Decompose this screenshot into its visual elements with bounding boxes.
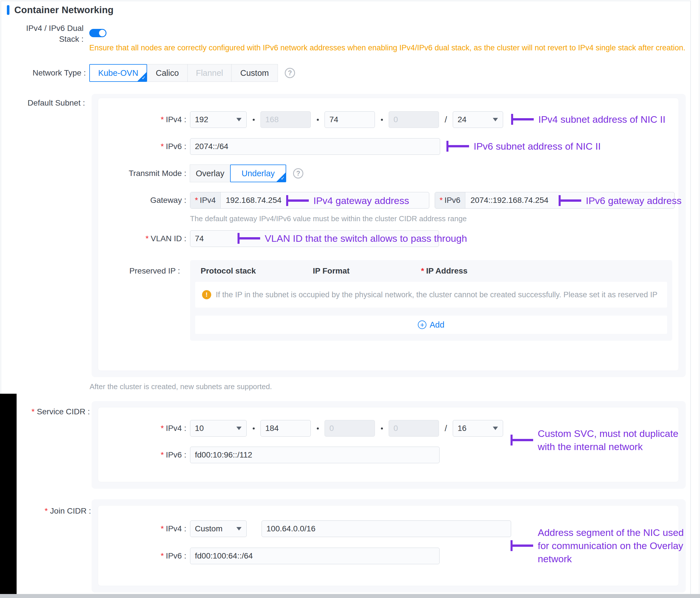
annotation-connector	[511, 114, 534, 125]
transmit-overlay-button[interactable]: Overlay	[190, 165, 230, 182]
cidr-slash: /	[439, 115, 453, 124]
service-ipv4-label: * IPv4 :	[98, 423, 186, 434]
network-type-help-icon[interactable]: ?	[285, 68, 295, 78]
vlan-id-value: 74	[195, 234, 204, 243]
service-ipv4-label-text: IPv4 :	[166, 424, 186, 433]
annotation-text: Custom SVC, must not duplicate with the …	[538, 427, 697, 453]
annotation-connector	[238, 233, 260, 244]
service-ipv4-mask-select[interactable]: 16	[453, 420, 503, 437]
cidr-slash: /	[439, 423, 453, 433]
toggle-knob	[99, 30, 106, 36]
add-button-label: Add	[429, 320, 445, 330]
service-cidr-label: * Service CIDR :	[6, 406, 90, 417]
join-ipv6-value: fd00:100:64::/64	[195, 551, 253, 560]
octet-separator	[311, 119, 325, 121]
subnet-ipv4-octet2-input[interactable]: 168	[260, 111, 311, 128]
service-ipv4-octet3-input[interactable]: 0	[325, 420, 375, 437]
gateway-ipv6-addon-text: IPv6	[445, 196, 460, 205]
octet-separator	[375, 119, 389, 121]
chevron-down-icon	[493, 427, 498, 430]
annotation-ipv6-gateway: IPv6 gateway address	[559, 192, 682, 209]
annotation-ipv6-subnet: IPv6 subnet address of NIC II	[446, 138, 601, 154]
annotation-connector	[510, 540, 533, 551]
service-ipv4-fields: 10 184 0 0 /	[190, 420, 503, 437]
window-bottom-edge	[0, 594, 700, 598]
transmit-mode-help-icon[interactable]: ?	[293, 168, 303, 178]
join-ipv4-fields: Custom 100.64.0.0/16	[190, 520, 511, 537]
gateway-ipv6-addon: * IPv6	[435, 192, 465, 208]
transmit-underlay-button[interactable]: Underlay ✓	[230, 165, 286, 182]
annotation-text: IPv4 subnet address of NIC II	[538, 113, 666, 126]
join-ipv4-label-text: IPv4 :	[166, 524, 186, 533]
subnet-ipv4-octet3-input[interactable]: 74	[325, 111, 375, 128]
preserved-ip-table-header: Protocol stack IP Format * IP Address	[190, 260, 672, 282]
preserved-ip-notice: ! If the IP in the subnet is occupied by…	[195, 282, 667, 307]
tab-kube-ovn-label: Kube-OVN	[98, 68, 138, 78]
required-icon: *	[421, 266, 424, 276]
subnet-ipv4-octet4-input[interactable]: 0	[389, 111, 439, 128]
required-icon: *	[161, 114, 164, 125]
redaction-block	[0, 394, 17, 594]
chevron-down-icon	[493, 118, 498, 121]
check-icon: ✓	[142, 75, 146, 81]
service-ipv6-input[interactable]: fd00:10:96::/112	[190, 447, 440, 463]
mask-value: 24	[458, 115, 467, 124]
gateway-helper-text: The default gateway IPv4/IPv6 value must…	[190, 214, 467, 223]
tab-flannel-label: Flannel	[196, 68, 223, 78]
service-cidr-label-text: Service CIDR :	[37, 406, 90, 417]
join-cidr-label: * Join CIDR :	[6, 505, 91, 517]
tab-custom[interactable]: Custom	[231, 64, 278, 82]
join-ipv4-mode-select[interactable]: Custom	[190, 520, 247, 537]
octet-value: 0	[394, 115, 398, 124]
frame-right-border	[690, 1, 691, 594]
chevron-down-icon	[236, 118, 242, 121]
annotation-connector	[559, 195, 581, 206]
tab-calico[interactable]: Calico	[147, 64, 188, 82]
mask-value: 16	[458, 424, 467, 433]
required-icon: *	[440, 195, 443, 206]
dual-stack-toggle[interactable]	[89, 29, 106, 37]
octet-value: 10	[195, 424, 204, 433]
tab-flannel[interactable]: Flannel	[188, 64, 231, 82]
annotation-text: IPv6 gateway address	[586, 194, 682, 207]
subnet-ipv6-value: 2074::/64	[195, 142, 228, 151]
subnet-ipv6-input[interactable]: 2074::/64	[190, 138, 440, 155]
tab-kube-ovn[interactable]: Kube-OVN ✓	[89, 64, 147, 82]
join-ipv4-value: 100.64.0.0/16	[267, 524, 316, 533]
subnet-ipv4-label-text: IPv4 :	[166, 115, 186, 124]
overlay-label: Overlay	[196, 169, 224, 178]
add-preserved-ip-button[interactable]: + Add	[195, 316, 667, 334]
transmit-mode-label: Transmit Mode :	[98, 169, 186, 178]
service-ipv6-label-text: IPv6 :	[166, 450, 186, 459]
tab-custom-label: Custom	[241, 68, 269, 78]
subnet-ipv4-mask-select[interactable]: 24	[453, 111, 503, 128]
octet-value: 168	[265, 115, 279, 124]
table-gap	[190, 307, 672, 316]
section-accent-bar	[7, 5, 9, 15]
gateway-ipv4-value: 192.168.74.254	[226, 196, 282, 205]
underlay-label: Underlay	[242, 169, 275, 178]
service-ipv4-octet4-input[interactable]: 0	[389, 420, 439, 437]
required-icon: *	[161, 449, 164, 460]
gateway-ipv6-value: 2074::192.168.74.254	[471, 196, 548, 205]
join-ipv4-input[interactable]: 100.64.0.0/16	[261, 520, 511, 537]
column-ip-address: * IP Address	[421, 266, 672, 276]
annotation-text: VLAN ID that the switch allows to pass t…	[265, 232, 467, 245]
service-ipv6-label: * IPv6 :	[98, 449, 186, 460]
join-ipv6-input[interactable]: fd00:100:64::/64	[190, 548, 440, 564]
dual-stack-label: IPv4 / IPv6 Dual Stack :	[6, 23, 83, 45]
subnet-ipv4-octet1-select[interactable]: 192	[190, 111, 247, 128]
preserved-ip-label: Preserved IP :	[98, 266, 180, 276]
service-ipv4-octet1-select[interactable]: 10	[190, 420, 247, 437]
subnet-ipv6-label-text: IPv6 :	[166, 142, 186, 151]
octet-value: 192	[195, 115, 208, 124]
annotation-service-cidr: Custom SVC, must not duplicate with the …	[510, 427, 697, 453]
window-right-edge	[699, 0, 699, 594]
gateway-ipv4-input[interactable]: 192.168.74.254	[221, 192, 287, 208]
gateway-ipv6-input[interactable]: 2074::192.168.74.254	[465, 192, 553, 208]
service-ipv4-octet2-input[interactable]: 184	[260, 420, 311, 437]
annotation-ipv4-subnet: IPv4 subnet address of NIC II	[511, 111, 666, 128]
vlan-label: * VLAN ID :	[98, 233, 186, 244]
required-icon: *	[161, 523, 164, 534]
required-icon: *	[195, 195, 198, 206]
